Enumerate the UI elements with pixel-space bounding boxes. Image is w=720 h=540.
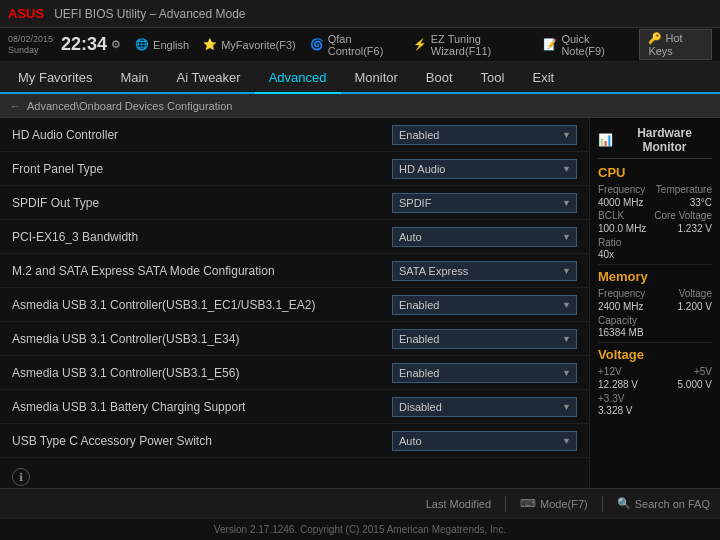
cpu-freq-value: 4000 MHz [598, 197, 644, 208]
ez-mode-btn[interactable]: ⌨ Mode(F7) [520, 497, 588, 510]
settings-panel: HD Audio Controller Enabled Disabled Fro… [0, 118, 590, 488]
select-wrapper-usb31-ec1: Enabled Disabled [392, 295, 577, 315]
v12-label: +12V [598, 366, 622, 377]
select-wrapper-usb-battery: Disabled Enabled [392, 397, 577, 417]
mem-cap-label: Capacity [598, 315, 637, 326]
setting-label-usb31-e56: Asmedia USB 3.1 Controller(USB3.1_E56) [12, 366, 392, 380]
time-display: 22:34 [61, 34, 107, 55]
select-wrapper-usb31-e34: Enabled Disabled [392, 329, 577, 349]
monitor-icon: 📊 [598, 133, 613, 147]
top-bar: ASUS UEFI BIOS Utility – Advanced Mode [0, 0, 720, 28]
bclk-val-row: 100.0 MHz 1.232 V [598, 223, 712, 234]
mem-freq-value: 2400 MHz [598, 301, 644, 312]
setting-label-usb31-e34: Asmedia USB 3.1 Controller(USB3.1_E34) [12, 332, 392, 346]
v12-value: 12.288 V [598, 379, 638, 390]
back-icon[interactable]: ← [10, 100, 21, 112]
language-selector[interactable]: 🌐 English [135, 38, 189, 51]
bottom-bar: Last Modified ⌨ Mode(F7) 🔍 Search on FAQ [0, 488, 720, 518]
select-usb31-ec1[interactable]: Enabled Disabled [392, 295, 577, 315]
nav-exit[interactable]: Exit [518, 62, 568, 94]
select-usb31-e34[interactable]: Enabled Disabled [392, 329, 577, 349]
nav-boot[interactable]: Boot [412, 62, 467, 94]
last-modified-label: Last Modified [426, 498, 491, 510]
v33-value: 3.328 V [598, 405, 632, 416]
v33-label: +3.3V [598, 393, 624, 404]
copyright-text: Version 2.17.1246. Copyright (C) 2015 Am… [214, 524, 506, 535]
cpu-freq-row: Frequency Temperature [598, 184, 712, 195]
note-icon: 📝 [543, 38, 557, 51]
select-usb-typec[interactable]: Auto Enabled Disabled [392, 431, 577, 451]
search-faq-btn[interactable]: 🔍 Search on FAQ [617, 497, 710, 510]
nav-ai-tweaker[interactable]: Ai Tweaker [163, 62, 255, 94]
search-icon: 🔍 [617, 497, 631, 510]
ratio-value: 40x [598, 249, 614, 260]
setting-sata-mode: M.2 and SATA Express SATA Mode Configura… [0, 254, 589, 288]
setting-pci-bandwidth: PCI-EX16_3 Bandwidth Auto x2 Mode x4 Mod… [0, 220, 589, 254]
info-icon[interactable]: ℹ [12, 468, 30, 486]
bclk-label: BCLK [598, 210, 624, 221]
mem-freq-val-row: 2400 MHz 1.200 V [598, 301, 712, 312]
select-front-panel[interactable]: HD Audio AC97 [392, 159, 577, 179]
select-wrapper-usb31-e56: Enabled Disabled [392, 363, 577, 383]
select-wrapper-usb-typec: Auto Enabled Disabled [392, 431, 577, 451]
separator-1 [505, 496, 506, 512]
setting-usb31-e34: Asmedia USB 3.1 Controller(USB3.1_E34) E… [0, 322, 589, 356]
mem-freq-label: Frequency [598, 288, 645, 299]
mem-cap-value: 16384 MB [598, 327, 644, 338]
info-bar: 08/02/2015 Sunday 22:34 ⚙ 🌐 English ⭐ My… [0, 28, 720, 62]
mem-freq-row: Frequency Voltage [598, 288, 712, 299]
nav-my-favorites[interactable]: My Favorites [4, 62, 106, 94]
nav-main[interactable]: Main [106, 62, 162, 94]
memory-section-title: Memory [598, 269, 712, 284]
star-icon: ⭐ [203, 38, 217, 51]
v5-label: +5V [694, 366, 712, 377]
v12-val-row: 12.288 V 5.000 V [598, 379, 712, 390]
setting-hd-audio: HD Audio Controller Enabled Disabled [0, 118, 589, 152]
quick-note-btn[interactable]: 📝 Quick Note(F9) [543, 33, 625, 57]
select-spdif[interactable]: SPDIF HDMI [392, 193, 577, 213]
setting-usb31-e56: Asmedia USB 3.1 Controller(USB3.1_E56) E… [0, 356, 589, 390]
tuning-icon: ⚡ [413, 38, 427, 51]
ratio-label: Ratio [598, 237, 621, 248]
cpu-freq-val-row: 4000 MHz 33°C [598, 197, 712, 208]
nav-tool[interactable]: Tool [467, 62, 519, 94]
settings-gear-icon[interactable]: ⚙ [111, 38, 121, 51]
setting-usb-battery: Asmedia USB 3.1 Battery Charging Support… [0, 390, 589, 424]
my-favorite-btn[interactable]: ⭐ MyFavorite(F3) [203, 38, 296, 51]
hw-monitor-header: 📊 Hardware Monitor [598, 124, 712, 159]
date-display: 08/02/2015 Sunday [8, 34, 53, 56]
setting-usb-typec: USB Type C Accessory Power Switch Auto E… [0, 424, 589, 458]
select-wrapper-pci-bandwidth: Auto x2 Mode x4 Mode [392, 227, 577, 247]
select-sata-mode[interactable]: SATA Express M.2 [392, 261, 577, 281]
setting-label-usb-battery: Asmedia USB 3.1 Battery Charging Support [12, 400, 392, 414]
v5-value: 5.000 V [678, 379, 712, 390]
select-usb31-e56[interactable]: Enabled Disabled [392, 363, 577, 383]
nav-advanced[interactable]: Advanced [255, 62, 341, 94]
setting-label-usb-typec: USB Type C Accessory Power Switch [12, 434, 392, 448]
nav-monitor[interactable]: Monitor [341, 62, 412, 94]
select-wrapper-front-panel: HD Audio AC97 [392, 159, 577, 179]
select-usb-battery[interactable]: Disabled Enabled [392, 397, 577, 417]
bclk-value: 100.0 MHz [598, 223, 646, 234]
setting-label-usb31-ec1: Asmedia USB 3.1 Controller(USB3.1_EC1/US… [12, 298, 392, 312]
setting-label-pci-bandwidth: PCI-EX16_3 Bandwidth [12, 230, 392, 244]
last-modified-item: Last Modified [426, 498, 491, 510]
core-volt-label: Core Voltage [654, 210, 712, 221]
ez-tuning-btn[interactable]: ⚡ EZ Tuning Wizard(F11) [413, 33, 530, 57]
select-pci-bandwidth[interactable]: Auto x2 Mode x4 Mode [392, 227, 577, 247]
hardware-monitor-panel: 📊 Hardware Monitor CPU Frequency Tempera… [590, 118, 720, 488]
mem-volt-value: 1.200 V [678, 301, 712, 312]
select-wrapper-hd-audio: Enabled Disabled [392, 125, 577, 145]
cpu-freq-label: Frequency [598, 184, 645, 195]
fan-icon: 🌀 [310, 38, 324, 51]
nav-bar: My Favorites Main Ai Tweaker Advanced Mo… [0, 62, 720, 94]
mem-volt-label: Voltage [679, 288, 712, 299]
qfan-btn[interactable]: 🌀 Qfan Control(F6) [310, 33, 399, 57]
cpu-section-title: CPU [598, 165, 712, 180]
asus-logo: ASUS [8, 6, 44, 21]
select-hd-audio[interactable]: Enabled Disabled [392, 125, 577, 145]
footer: Version 2.17.1246. Copyright (C) 2015 Am… [0, 518, 720, 540]
hot-keys-btn[interactable]: 🔑 Hot Keys [639, 29, 712, 60]
setting-label-sata-mode: M.2 and SATA Express SATA Mode Configura… [12, 264, 392, 278]
setting-spdif: SPDIF Out Type SPDIF HDMI [0, 186, 589, 220]
